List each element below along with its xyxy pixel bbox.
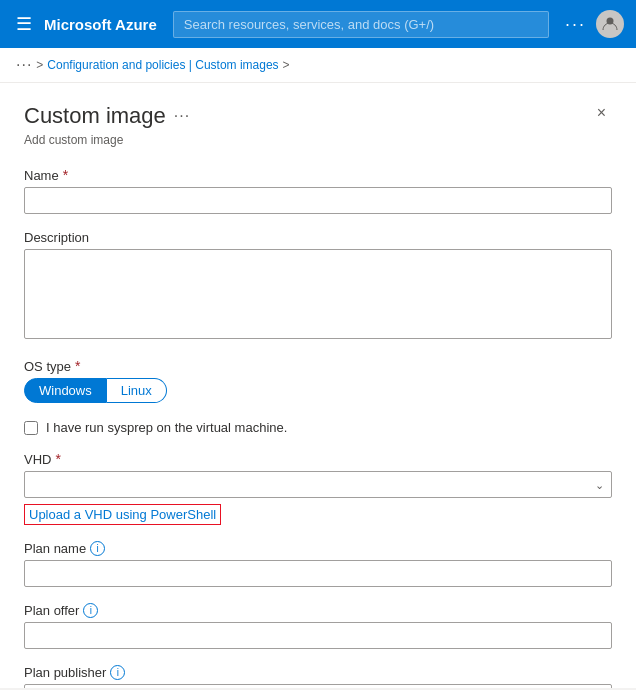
breadcrumb-link[interactable]: Configuration and policies | Custom imag… [47,58,278,72]
plan-offer-input[interactable] [24,622,612,649]
plan-name-info-icon[interactable]: i [90,541,105,556]
breadcrumb-sep1: > [36,58,43,72]
os-toggle: Windows Linux [24,378,612,403]
plan-offer-label: Plan offer i [24,603,612,618]
close-button[interactable]: × [591,103,612,123]
sysprep-label: I have run sysprep on the virtual machin… [46,420,287,435]
name-label: Name * [24,167,612,183]
name-required: * [63,167,68,183]
panel-subtitle: Add custom image [24,133,612,147]
os-linux-button[interactable]: Linux [107,378,167,403]
description-field: Description [24,230,612,342]
plan-publisher-info-icon[interactable]: i [110,665,125,680]
panel-options-icon[interactable]: ··· [174,107,190,125]
breadcrumb-sep2: > [283,58,290,72]
plan-publisher-label: Plan publisher i [24,665,612,680]
search-input[interactable] [173,11,549,38]
vhd-select[interactable] [24,471,612,498]
avatar[interactable] [596,10,624,38]
vhd-label: VHD * [24,451,612,467]
plan-name-field: Plan name i [24,541,612,587]
description-label: Description [24,230,612,245]
name-input[interactable] [24,187,612,214]
plan-publisher-input[interactable] [24,684,612,688]
topbar-more-icon[interactable]: ··· [565,14,586,35]
os-windows-button[interactable]: Windows [24,378,107,403]
sysprep-row: I have run sysprep on the virtual machin… [24,419,612,435]
vhd-required: * [55,451,60,467]
main-panel: Custom image ··· × Add custom image Name… [0,83,636,688]
os-required: * [75,358,80,374]
plan-offer-field: Plan offer i [24,603,612,649]
description-input[interactable] [24,249,612,339]
name-field: Name * [24,167,612,214]
os-type-field: OS type * Windows Linux [24,358,612,403]
upload-vhd-link[interactable]: Upload a VHD using PowerShell [24,504,221,525]
breadcrumb-dots[interactable]: ··· [16,56,32,74]
hamburger-icon[interactable]: ☰ [12,9,36,39]
plan-name-label: Plan name i [24,541,612,556]
panel-title-row: Custom image ··· [24,103,190,129]
breadcrumb: ··· > Configuration and policies | Custo… [0,48,636,83]
plan-offer-info-icon[interactable]: i [83,603,98,618]
vhd-select-wrapper: ⌄ [24,471,612,498]
os-type-label: OS type * [24,358,612,374]
plan-publisher-field: Plan publisher i [24,665,612,688]
plan-name-input[interactable] [24,560,612,587]
sysprep-checkbox[interactable] [24,421,38,435]
azure-logo: Microsoft Azure [44,16,157,33]
panel-header: Custom image ··· × [24,103,612,129]
topbar: ☰ Microsoft Azure ··· [0,0,636,48]
page-title: Custom image [24,103,166,129]
vhd-field: VHD * ⌄ Upload a VHD using PowerShell [24,451,612,525]
topbar-right: ··· [565,10,624,38]
